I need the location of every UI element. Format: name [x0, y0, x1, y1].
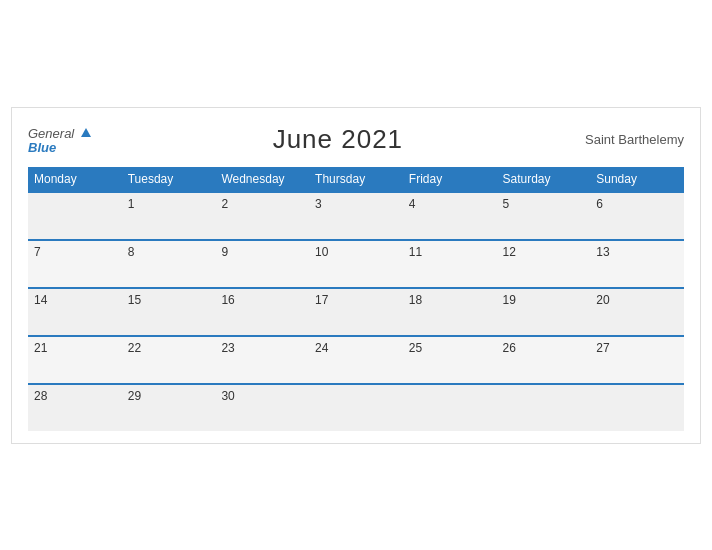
day-cell: 28	[28, 384, 122, 431]
day-cell: 15	[122, 288, 216, 336]
day-cell: 4	[403, 192, 497, 240]
day-cell: 29	[122, 384, 216, 431]
col-saturday: Saturday	[497, 167, 591, 192]
calendar-body: 1234567891011121314151617181920212223242…	[28, 192, 684, 431]
logo-blue-text: Blue	[28, 141, 91, 154]
day-cell	[309, 384, 403, 431]
day-cell: 8	[122, 240, 216, 288]
calendar-title: June 2021	[273, 124, 403, 155]
day-cell: 26	[497, 336, 591, 384]
day-cell: 9	[215, 240, 309, 288]
calendar-thead: Monday Tuesday Wednesday Thursday Friday…	[28, 167, 684, 192]
week-row-2: 78910111213	[28, 240, 684, 288]
day-cell: 6	[590, 192, 684, 240]
day-cell: 17	[309, 288, 403, 336]
logo: General Blue	[28, 125, 91, 154]
calendar-table: Monday Tuesday Wednesday Thursday Friday…	[28, 167, 684, 431]
day-cell	[403, 384, 497, 431]
day-cell: 7	[28, 240, 122, 288]
day-cell: 2	[215, 192, 309, 240]
col-friday: Friday	[403, 167, 497, 192]
day-cell: 1	[122, 192, 216, 240]
day-cell	[497, 384, 591, 431]
day-cell: 10	[309, 240, 403, 288]
logo-general-text: General	[28, 126, 74, 141]
week-row-1: 123456	[28, 192, 684, 240]
day-cell: 16	[215, 288, 309, 336]
day-cell: 11	[403, 240, 497, 288]
col-sunday: Sunday	[590, 167, 684, 192]
calendar: General Blue June 2021 Saint Barthelemy …	[11, 107, 701, 444]
col-tuesday: Tuesday	[122, 167, 216, 192]
day-cell	[28, 192, 122, 240]
week-row-3: 14151617181920	[28, 288, 684, 336]
day-cell: 22	[122, 336, 216, 384]
day-cell: 23	[215, 336, 309, 384]
calendar-header: General Blue June 2021 Saint Barthelemy	[28, 124, 684, 155]
day-cell: 14	[28, 288, 122, 336]
day-cell: 12	[497, 240, 591, 288]
col-monday: Monday	[28, 167, 122, 192]
day-cell: 25	[403, 336, 497, 384]
day-cell: 21	[28, 336, 122, 384]
day-cell: 3	[309, 192, 403, 240]
day-cell	[590, 384, 684, 431]
week-row-4: 21222324252627	[28, 336, 684, 384]
header-row: Monday Tuesday Wednesday Thursday Friday…	[28, 167, 684, 192]
week-row-5: 282930	[28, 384, 684, 431]
day-cell: 30	[215, 384, 309, 431]
day-cell: 5	[497, 192, 591, 240]
day-cell: 19	[497, 288, 591, 336]
day-cell: 18	[403, 288, 497, 336]
day-cell: 24	[309, 336, 403, 384]
day-cell: 20	[590, 288, 684, 336]
day-cell: 27	[590, 336, 684, 384]
day-cell: 13	[590, 240, 684, 288]
region-label: Saint Barthelemy	[585, 132, 684, 147]
logo-triangle-icon	[81, 128, 91, 137]
col-thursday: Thursday	[309, 167, 403, 192]
col-wednesday: Wednesday	[215, 167, 309, 192]
